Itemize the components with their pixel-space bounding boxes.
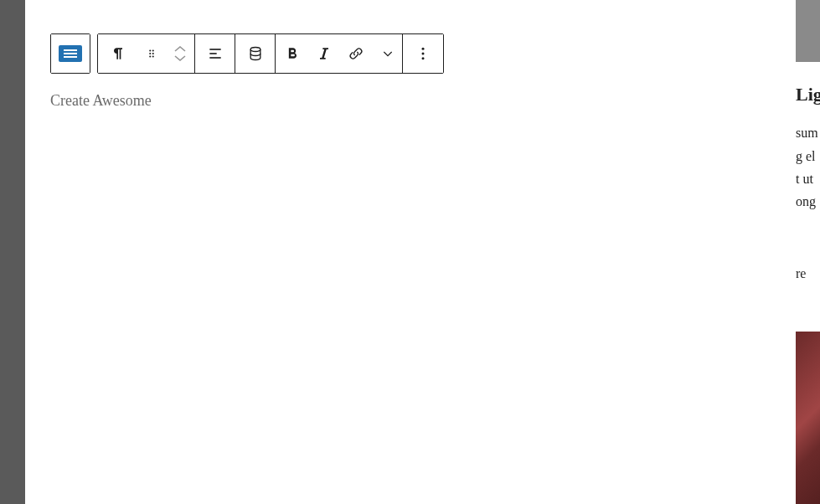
paragraph-block-content[interactable]: Create Awesome — [50, 92, 771, 117]
block-type-button[interactable] — [51, 34, 90, 73]
options-button[interactable] — [403, 34, 443, 73]
svg-rect-7 — [209, 53, 216, 54]
italic-icon — [316, 45, 333, 62]
sidebar-image-bottom — [796, 332, 820, 504]
chevron-up-icon[interactable] — [174, 46, 186, 53]
chevron-down-icon — [381, 47, 395, 60]
more-rich-text-button[interactable] — [373, 34, 403, 73]
svg-point-3 — [152, 53, 154, 54]
sidebar-text-line: sum — [796, 126, 818, 141]
svg-point-9 — [250, 48, 260, 52]
align-button[interactable] — [195, 34, 235, 73]
chevron-down-icon[interactable] — [174, 54, 186, 61]
svg-point-0 — [149, 49, 151, 51]
svg-point-5 — [152, 55, 154, 57]
paragraph-block-icon — [59, 45, 82, 62]
svg-point-10 — [422, 48, 425, 50]
sidebar-text-line: ong — [796, 194, 816, 209]
italic-button[interactable] — [309, 34, 339, 73]
pilcrow-icon — [110, 45, 126, 62]
sidebar-text-line: re — [796, 266, 806, 281]
drag-icon — [146, 48, 157, 59]
svg-point-1 — [152, 49, 154, 51]
sidebar-image-top — [796, 0, 820, 62]
svg-point-11 — [422, 53, 425, 55]
link-button[interactable] — [339, 34, 373, 73]
database-icon — [247, 45, 264, 62]
formatting-group — [97, 33, 444, 74]
link-icon — [348, 45, 364, 62]
sidebar-text-line: t ut — [796, 172, 813, 187]
bold-icon — [284, 45, 301, 62]
svg-rect-6 — [209, 49, 220, 50]
bold-button[interactable] — [276, 34, 309, 73]
more-vertical-icon — [415, 45, 431, 62]
align-left-icon — [207, 45, 224, 62]
sidebar-heading: Lig — [796, 84, 820, 105]
svg-point-12 — [422, 57, 425, 59]
sidebar-text-line: g el — [796, 149, 816, 164]
drag-handle[interactable] — [138, 34, 165, 73]
block-type-group — [50, 33, 90, 74]
sidebar-preview: Lig sum g el t ut ong re — [796, 0, 820, 504]
svg-rect-8 — [209, 57, 220, 59]
block-toolbar — [50, 33, 771, 74]
svg-point-2 — [149, 53, 151, 54]
data-source-button[interactable] — [235, 34, 276, 73]
editor-panel: Create Awesome — [25, 0, 796, 504]
paragraph-transform-button[interactable] — [98, 34, 138, 73]
block-movers — [165, 34, 195, 73]
svg-point-4 — [149, 55, 151, 57]
